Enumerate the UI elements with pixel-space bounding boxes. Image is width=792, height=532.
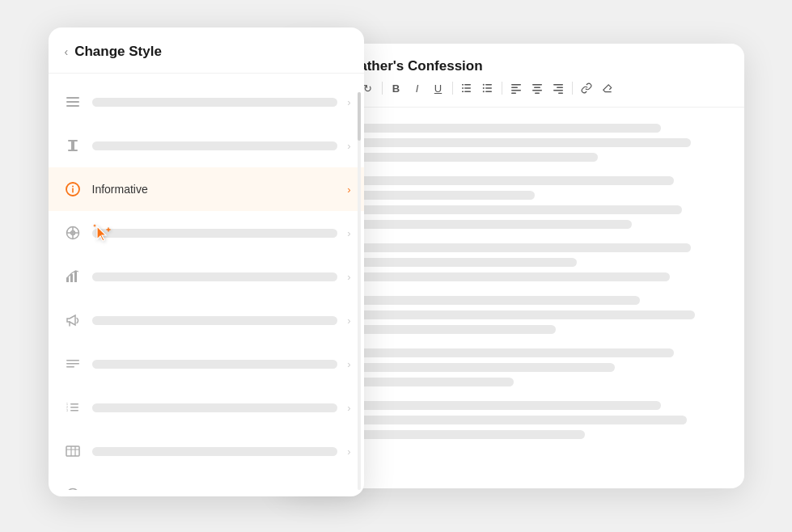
svg-point-53: [66, 489, 78, 491]
toolbar-align-left[interactable]: [507, 79, 525, 97]
style-item-10[interactable]: ›: [49, 473, 364, 490]
chevron-icon-10: ›: [347, 489, 350, 491]
content-lines: [303, 124, 725, 439]
svg-rect-42: [66, 366, 74, 368]
toolbar-sep1: [382, 82, 383, 95]
style-item-bar-9: [92, 447, 338, 456]
svg-rect-20: [553, 84, 563, 86]
toolbar-sep4: [572, 82, 573, 95]
scene: A Father's Confession ↺ ↻ B I U: [49, 27, 744, 505]
svg-point-11: [482, 91, 484, 93]
chevron-icon-6: ›: [347, 315, 350, 327]
toolbar-italic[interactable]: I: [409, 79, 426, 97]
chevron-icon-informative: ›: [347, 184, 350, 196]
svg-rect-24: [66, 97, 79, 99]
style-panel-header: ‹ Change Style: [49, 27, 364, 74]
svg-text:3: 3: [66, 409, 68, 412]
scroll-thumb[interactable]: [358, 92, 361, 141]
svg-rect-8: [485, 91, 492, 93]
style-item-icon-7: [61, 353, 84, 375]
svg-rect-23: [558, 93, 563, 95]
svg-rect-3: [462, 84, 464, 86]
svg-rect-4: [462, 88, 464, 90]
svg-rect-19: [535, 93, 540, 95]
svg-rect-5: [462, 91, 464, 93]
style-item-bar-6: [92, 316, 338, 325]
svg-rect-31: [72, 188, 74, 193]
toolbar-bold[interactable]: B: [388, 79, 405, 97]
svg-rect-40: [66, 360, 79, 361]
svg-rect-7: [485, 88, 492, 90]
cursor-decoration: [91, 223, 113, 246]
svg-rect-18: [532, 90, 542, 91]
style-item-5[interactable]: ›: [49, 255, 364, 298]
chevron-icon-4: ›: [347, 227, 350, 239]
svg-rect-44: [70, 407, 78, 408]
style-item-icon-1: [61, 91, 84, 113]
svg-rect-43: [70, 403, 78, 405]
editor-title: A Father's Confession: [338, 58, 728, 74]
style-item-icon-5: [61, 265, 84, 288]
svg-rect-1: [464, 88, 471, 90]
style-item-bar-4: [92, 229, 338, 238]
svg-rect-14: [511, 90, 521, 91]
svg-point-32: [72, 186, 74, 188]
toolbar-ul[interactable]: [479, 79, 497, 97]
style-item-informative[interactable]: Informative ›: [49, 167, 364, 211]
toolbar-sep2: [452, 82, 453, 95]
toolbar-link[interactable]: [578, 79, 595, 97]
chevron-icon-9: ›: [347, 445, 350, 458]
svg-rect-45: [70, 410, 78, 412]
toolbar-ol[interactable]: [458, 79, 476, 97]
toolbar-eraser[interactable]: [599, 79, 616, 97]
style-card: ‹ Change Style ›: [49, 27, 364, 496]
svg-rect-38: [70, 274, 73, 282]
svg-rect-28: [68, 140, 78, 141]
style-item-icon-10: [61, 483, 84, 490]
style-item-icon-6: [61, 309, 84, 331]
editor-title-area: A Father's Confession ↺ ↻ B I U: [338, 58, 728, 97]
style-item-icon-8: 1 2 3: [61, 396, 84, 419]
scroll-track: [358, 92, 361, 490]
back-button[interactable]: ‹: [65, 45, 69, 58]
svg-rect-22: [553, 90, 563, 91]
svg-rect-13: [511, 87, 518, 89]
style-item-icon-4: [61, 222, 84, 244]
style-item-icon-9: [61, 440, 84, 462]
svg-rect-37: [66, 277, 69, 282]
toolbar-align-right[interactable]: [549, 79, 567, 97]
svg-rect-29: [68, 150, 78, 151]
svg-rect-15: [511, 93, 516, 95]
style-item-1[interactable]: ›: [49, 80, 364, 124]
style-list: › ›: [49, 74, 364, 490]
style-item-7[interactable]: ›: [49, 342, 364, 386]
toolbar-underline[interactable]: U: [430, 79, 447, 97]
svg-rect-25: [66, 101, 79, 103]
svg-rect-39: [74, 271, 77, 282]
svg-rect-0: [464, 84, 471, 86]
svg-rect-21: [557, 87, 563, 89]
svg-point-10: [482, 87, 484, 89]
style-item-6[interactable]: ›: [49, 298, 364, 342]
style-panel-title: Change Style: [74, 44, 162, 60]
style-item-9[interactable]: ›: [49, 429, 364, 473]
toolbar-align-center[interactable]: [528, 79, 546, 97]
svg-rect-17: [534, 87, 540, 89]
svg-rect-12: [511, 84, 521, 86]
style-item-8[interactable]: 1 2 3 ›: [49, 386, 364, 429]
style-item-bar-1: [92, 98, 338, 107]
style-item-icon-2: [61, 134, 84, 157]
editor-toolbar: ↺ ↻ B I U: [338, 79, 728, 97]
svg-rect-16: [532, 84, 542, 86]
chevron-icon-7: ›: [347, 358, 350, 370]
style-item-bar-8: [92, 403, 338, 412]
svg-point-9: [482, 84, 484, 86]
style-item-bar-2: [92, 141, 338, 150]
style-item-2[interactable]: ›: [49, 124, 364, 167]
svg-rect-41: [66, 363, 79, 365]
style-item-bar-7: [92, 360, 338, 369]
chevron-icon-2: ›: [347, 140, 350, 152]
svg-rect-2: [464, 91, 471, 93]
chevron-icon-1: ›: [347, 96, 350, 108]
svg-rect-27: [71, 140, 74, 151]
